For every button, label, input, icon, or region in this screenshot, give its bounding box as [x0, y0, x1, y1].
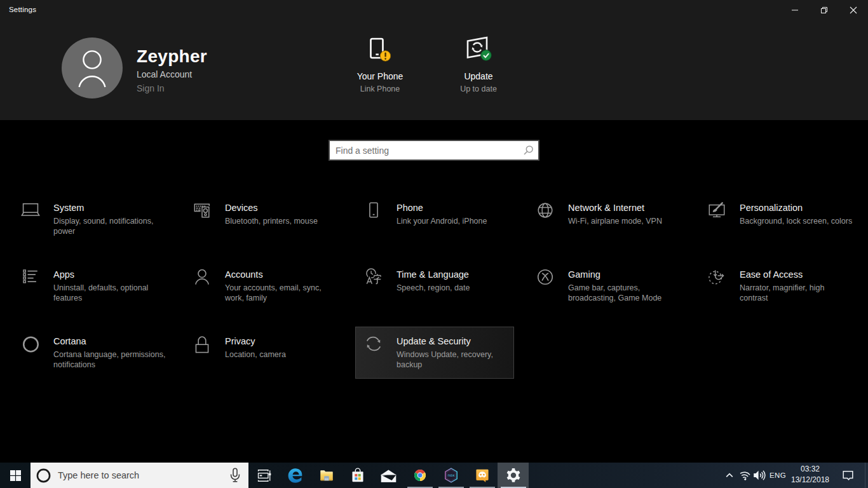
minimize-button[interactable] — [780, 0, 810, 20]
settings-header: Settings Zeypher Local Account Sign In Y… — [0, 0, 868, 120]
taskbar-apps — [248, 463, 529, 488]
taskbar-store[interactable] — [342, 463, 373, 488]
user-name: Zeypher — [137, 46, 207, 67]
tile-title: Time & Language — [397, 269, 469, 280]
personalization-icon — [707, 201, 726, 220]
action-center-icon[interactable] — [831, 463, 865, 488]
tile-accounts[interactable]: AccountsYour accounts, email, sync, work… — [184, 260, 342, 312]
window-title: Settings — [9, 6, 36, 13]
header-tile-update[interactable]: Update Up to date — [440, 30, 517, 94]
tile-desc: Uninstall, defaults, optional features — [53, 283, 184, 304]
tray-time: 03:32 — [789, 464, 831, 473]
taskbar-edge[interactable] — [280, 463, 311, 488]
tray-clock[interactable]: 03:32 13/12/2018 — [789, 463, 831, 488]
accounts-icon — [193, 268, 212, 287]
tile-title: Cortana — [53, 336, 86, 346]
privacy-lock-icon — [193, 334, 212, 353]
taskbar-file-explorer[interactable] — [311, 463, 342, 488]
windows-update-icon — [440, 34, 517, 65]
tile-title: Accounts — [225, 269, 263, 280]
find-setting-searchbox[interactable] — [329, 140, 539, 161]
taskbar-settings[interactable] — [498, 463, 529, 488]
time-language-icon — [364, 268, 383, 287]
tile-desc: Location, camera — [225, 349, 355, 360]
ease-of-access-icon — [707, 268, 726, 287]
tile-desc: Display, sound, notifications, power — [53, 216, 184, 237]
search-icon[interactable] — [522, 144, 538, 157]
tile-desc: Bluetooth, printers, mouse — [225, 216, 355, 226]
taskbar-nox[interactable] — [435, 463, 466, 488]
tray-chevron-up-icon[interactable] — [722, 463, 737, 488]
avatar[interactable] — [62, 37, 123, 98]
taskbar-search[interactable]: Type here to search — [31, 463, 248, 488]
tile-title: System — [53, 203, 84, 213]
tile-desc: Speech, region, date — [397, 283, 527, 293]
person-icon — [74, 48, 110, 88]
system-tray: ENG 03:32 13/12/2018 — [722, 463, 868, 488]
cortana-ring-icon — [36, 468, 51, 483]
edge-icon — [287, 467, 304, 484]
taskbar-chrome[interactable] — [404, 463, 435, 488]
tile-desc: Your accounts, email, sync, work, family — [225, 283, 355, 304]
update-sublabel: Up to date — [440, 85, 517, 93]
tile-privacy[interactable]: PrivacyLocation, camera — [184, 327, 342, 379]
chrome-icon — [412, 467, 428, 484]
tile-apps[interactable]: AppsUninstall, defaults, optional featur… — [12, 260, 171, 312]
tile-title: Devices — [225, 203, 258, 213]
sign-in-link[interactable]: Sign In — [137, 83, 165, 93]
mail-icon — [379, 466, 398, 485]
tray-date: 13/12/2018 — [789, 475, 831, 484]
tray-speaker-icon[interactable] — [752, 463, 766, 488]
tile-time-language[interactable]: Time & LanguageSpeech, region, date — [355, 260, 514, 312]
phone-icon — [364, 201, 383, 220]
start-button[interactable] — [0, 463, 31, 488]
minimize-icon — [791, 6, 799, 14]
tile-network-internet[interactable]: Network & InternetWi-Fi, airplane mode, … — [527, 193, 686, 245]
tile-gaming[interactable]: GamingGame bar, captures, broadcasting, … — [527, 260, 686, 312]
close-icon — [850, 6, 857, 14]
update-security-icon — [364, 334, 383, 353]
nox-icon — [443, 467, 459, 484]
tray-language[interactable]: ENG — [766, 471, 789, 479]
tile-update-security[interactable]: Update & SecurityWindows Update, recover… — [355, 327, 514, 379]
apps-icon — [21, 268, 40, 287]
microphone-icon[interactable] — [228, 468, 242, 483]
tile-title: Apps — [53, 269, 74, 280]
tile-title: Update & Security — [397, 336, 471, 346]
close-button[interactable] — [839, 0, 868, 20]
tile-cortana[interactable]: CortanaCortana language, permissions, no… — [12, 327, 171, 379]
tile-desc: Cortana language, permissions, notificat… — [53, 349, 184, 370]
tile-phone[interactable]: PhoneLink your Android, iPhone — [355, 193, 514, 245]
your-phone-sublabel: Link Phone — [342, 85, 418, 93]
xbox-icon — [536, 268, 555, 287]
tile-ease-of-access[interactable]: Ease of AccessNarrator, magnifier, high … — [698, 260, 857, 312]
taskbar-mail[interactable] — [373, 463, 404, 488]
settings-window: Settings Zeypher Local Account Sign In Y… — [0, 0, 868, 463]
globe-icon — [536, 201, 555, 220]
tile-desc: Link your Android, iPhone — [397, 216, 527, 226]
restore-button[interactable] — [810, 0, 839, 20]
cortana-icon — [21, 334, 40, 353]
tile-title: Ease of Access — [740, 269, 803, 280]
tray-wifi-icon[interactable] — [737, 463, 752, 488]
taskbar: Type here to search — [0, 463, 868, 488]
show-desktop-button[interactable] — [865, 463, 868, 488]
tile-title: Personalization — [740, 203, 803, 213]
tile-personalization[interactable]: PersonalizationBackground, lock screen, … — [698, 193, 857, 245]
header-tile-your-phone[interactable]: Your Phone Link Phone — [342, 30, 418, 94]
taskbar-task-view[interactable] — [248, 463, 280, 488]
find-setting-input[interactable] — [330, 146, 522, 156]
taskbar-discord[interactable] — [466, 463, 498, 488]
store-icon — [349, 467, 366, 484]
devices-icon — [193, 201, 212, 220]
windows-logo-icon — [10, 470, 21, 481]
gear-icon — [505, 466, 522, 484]
tile-desc: Background, lock screen, colors — [740, 216, 868, 226]
taskbar-search-placeholder: Type here to search — [58, 470, 228, 480]
tile-title: Network & Internet — [568, 203, 644, 213]
user-account-type: Local Account — [137, 69, 192, 79]
tile-system[interactable]: SystemDisplay, sound, notifications, pow… — [12, 193, 171, 245]
window-controls — [780, 0, 868, 20]
discord-icon — [474, 467, 491, 484]
tile-devices[interactable]: DevicesBluetooth, printers, mouse — [184, 193, 342, 245]
